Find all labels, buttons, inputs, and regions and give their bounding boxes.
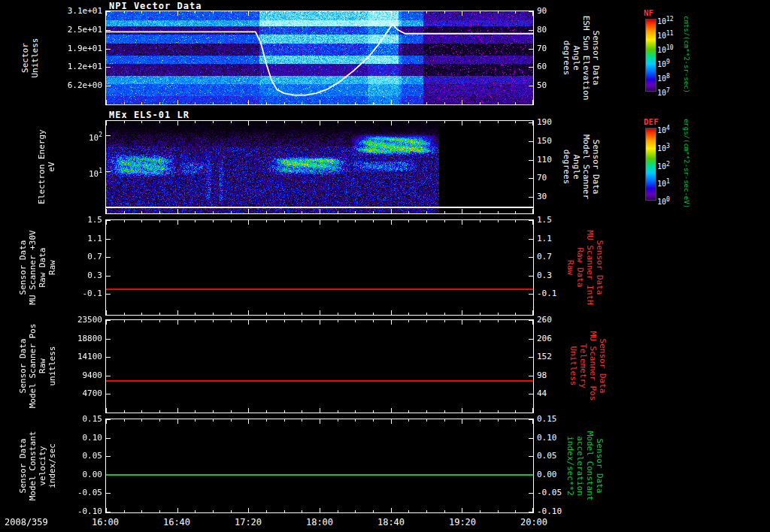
x-axis-tick xyxy=(373,11,374,14)
y-axis-tick xyxy=(529,178,533,179)
x-axis-tick xyxy=(338,419,338,422)
x-axis-tick xyxy=(159,220,160,222)
x-axis-tick xyxy=(462,408,462,413)
x-axis-tick xyxy=(284,410,285,413)
x-axis-tick xyxy=(373,510,374,512)
x-axis-tick xyxy=(266,11,267,14)
colorbar-tick-label: 1010 xyxy=(657,44,674,54)
x-axis-tick xyxy=(284,211,285,213)
x-axis-tick xyxy=(248,209,249,213)
x-axis-tick xyxy=(302,419,302,422)
x-axis-tick xyxy=(248,100,249,104)
x-axis-tick xyxy=(408,121,409,123)
x-axis-tick xyxy=(177,419,178,424)
y-axis-tick-label: 1.9e+01 xyxy=(42,44,102,53)
y-axis-tick xyxy=(529,141,533,142)
x-axis-tick xyxy=(124,211,125,213)
x-axis-tick xyxy=(391,11,392,16)
x-axis-tick xyxy=(532,408,533,413)
date-label: 2008/359 xyxy=(5,517,48,527)
y-axis-tick xyxy=(529,357,533,358)
y-axis-tick-label: 0.3 xyxy=(42,271,102,280)
x-axis-tick xyxy=(266,121,267,123)
x-axis-tick xyxy=(532,508,533,512)
x-axis-tick xyxy=(480,11,480,14)
x-axis-tick xyxy=(444,510,445,512)
y-axis-tick xyxy=(529,339,533,340)
x-axis-tick xyxy=(266,220,267,222)
x-axis-tick xyxy=(480,211,480,213)
y-axis-tick xyxy=(106,276,111,277)
x-axis-tick xyxy=(532,100,533,104)
y-axis-tick-label: 0.15 xyxy=(42,414,102,424)
x-axis-tick xyxy=(373,220,374,222)
x-axis-tick xyxy=(462,209,462,213)
x-axis-tick xyxy=(338,313,338,315)
y-axis-tick xyxy=(529,294,533,295)
x-axis-tick xyxy=(124,510,125,512)
multi-panel-time-series-figure: NPI Vector Data MEx ELS-01 LR Sector Uni… xyxy=(0,0,770,532)
x-axis-tick xyxy=(373,121,374,123)
x-axis-tick xyxy=(515,320,516,322)
x-axis-tick xyxy=(213,410,214,413)
x-axis-tick xyxy=(248,121,249,125)
x-axis-tick xyxy=(248,220,249,225)
x-axis-tick xyxy=(177,320,178,325)
x-axis-tick xyxy=(195,510,196,512)
x-axis-tick xyxy=(391,408,392,413)
x-axis-tick xyxy=(106,121,107,125)
x-axis-tick xyxy=(391,508,392,512)
x-axis-tick xyxy=(320,320,320,325)
x-axis-tick xyxy=(338,211,338,213)
x-axis-tick xyxy=(515,102,516,104)
x-axis-tick xyxy=(532,220,533,225)
x-axis-tick xyxy=(426,11,427,14)
colorbar-nf-gradient xyxy=(645,19,656,92)
y-axis-tick-label: 206 xyxy=(537,334,573,343)
x-axis-tick xyxy=(462,11,462,16)
y-axis-tick-label: 90 xyxy=(537,6,573,16)
x-axis-tick xyxy=(248,419,249,424)
y-axis-tick-label: 4700 xyxy=(42,388,102,398)
x-axis-tick xyxy=(338,320,338,322)
x-axis-tick xyxy=(532,11,533,16)
npi-right-axis-title: Sensor Data ESH Sun Elevation Angle degr… xyxy=(562,5,601,110)
x-axis-tick xyxy=(141,313,142,315)
y-axis-tick-label: -0.05 xyxy=(42,488,102,497)
y-axis-tick xyxy=(106,239,111,240)
x-axis-tick xyxy=(444,313,445,315)
x-axis-tick-label: 16:40 xyxy=(159,517,195,527)
x-axis-tick xyxy=(373,211,374,213)
y-axis-tick xyxy=(106,357,111,358)
y-axis-tick xyxy=(106,67,111,68)
x-axis-tick xyxy=(231,102,232,104)
x-axis-tick xyxy=(141,11,142,14)
x-axis-tick xyxy=(231,320,232,322)
x-axis-tick xyxy=(480,510,480,512)
x-axis-tick xyxy=(515,121,516,123)
y-axis-tick-label: 18800 xyxy=(42,334,102,343)
x-axis-tick xyxy=(426,102,427,104)
x-axis-tick xyxy=(480,102,480,104)
y-axis-tick-label: 9400 xyxy=(42,370,102,380)
x-axis-tick xyxy=(480,320,480,322)
model-constant-acceleration-right-axis-title: Sensor Data Model Constant acceleration … xyxy=(565,413,605,518)
y-axis-tick xyxy=(106,30,111,31)
y-axis-tick-label: -0.10 xyxy=(537,506,573,516)
x-axis-tick xyxy=(515,220,516,222)
x-axis-tick xyxy=(355,102,356,104)
x-axis-tick xyxy=(302,121,302,123)
x-axis-tick xyxy=(408,211,409,213)
x-axis-tick xyxy=(159,11,160,14)
x-axis-tick xyxy=(231,410,232,413)
x-axis-tick xyxy=(124,320,125,322)
x-axis-tick-label: 17:20 xyxy=(230,517,266,527)
y-axis-tick xyxy=(106,339,111,340)
x-axis-tick xyxy=(515,211,516,213)
x-axis-tick xyxy=(177,220,178,225)
x-axis-tick xyxy=(444,410,445,413)
y-axis-tick xyxy=(106,438,111,439)
x-axis-tick xyxy=(302,11,302,14)
x-axis-tick xyxy=(177,508,178,512)
data-series-line xyxy=(106,474,533,476)
